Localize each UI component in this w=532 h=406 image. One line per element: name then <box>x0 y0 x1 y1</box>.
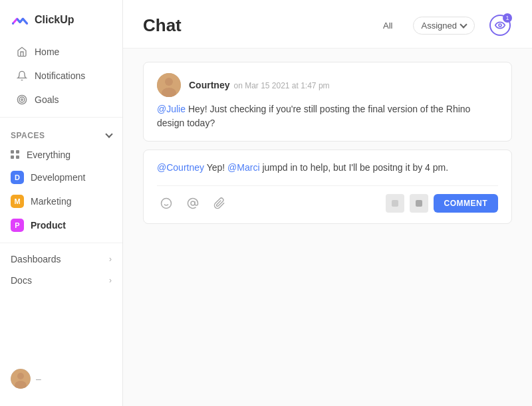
mention-marci: @Marci <box>227 162 259 173</box>
message-body-1: Hey! Just checking if you're still posti… <box>157 104 470 128</box>
courtney-avatar <box>157 73 181 97</box>
home-label: Home <box>35 47 59 57</box>
user-avatar[interactable] <box>11 369 31 389</box>
assigned-label: Assigned <box>422 21 457 31</box>
sidebar-item-dashboards[interactable]: Dashboards › <box>0 249 122 270</box>
message-header-1: Courtney on Mar 15 2021 at 1:47 pm <box>157 73 498 97</box>
main-header: Chat All Assigned 1 <box>123 0 532 49</box>
format-button-2[interactable] <box>410 194 428 213</box>
divider-2 <box>0 243 122 243</box>
message-author-1: Courtney <box>189 80 229 90</box>
goals-label: Goals <box>35 94 59 105</box>
svg-point-13 <box>191 201 195 205</box>
reply-text-1: Yep! <box>204 162 227 173</box>
sidebar-item-everything[interactable]: Everything <box>0 145 122 165</box>
svg-point-1 <box>19 97 25 102</box>
svg-point-2 <box>21 99 23 101</box>
message-text-1: @Julie Hey! Just checking if you're stil… <box>157 102 498 130</box>
user-menu-dash: – <box>36 373 41 384</box>
mention-button[interactable] <box>184 194 202 213</box>
dashboards-chevron-icon: › <box>109 254 112 264</box>
dashboards-label: Dashboards <box>11 254 61 264</box>
everything-label: Everything <box>27 150 70 160</box>
emoji-button[interactable] <box>157 194 176 213</box>
comment-button[interactable]: COMMENT <box>434 194 499 213</box>
app-name: ClickUp <box>35 14 74 26</box>
reply-block: @Courtney Yep! @Marci jumpd in to help, … <box>143 150 512 224</box>
input-action-buttons <box>157 194 229 213</box>
main-content: Chat All Assigned 1 <box>123 0 532 406</box>
svg-point-6 <box>499 24 501 27</box>
home-icon <box>16 46 28 58</box>
message-time-1: on Mar 15 2021 at 1:47 pm <box>233 81 329 90</box>
logo-area[interactable]: ClickUp <box>0 11 122 40</box>
development-badge: D <box>11 171 24 184</box>
clickup-logo-icon <box>11 11 29 29</box>
reply-text: @Courtney Yep! @Marci jumpd in to help, … <box>157 161 498 175</box>
filter-assigned-button[interactable]: Assigned <box>413 17 475 35</box>
svg-point-8 <box>165 78 173 86</box>
mention-julie: @Julie <box>157 104 186 114</box>
chat-area: Courtney on Mar 15 2021 at 1:47 pm @Juli… <box>123 49 532 406</box>
mention-courtney: @Courtney <box>157 162 204 173</box>
notification-count-badge: 1 <box>503 13 512 23</box>
reply-input-row: COMMENT <box>157 185 498 213</box>
sidebar-item-notifications[interactable]: Notifications <box>5 64 117 87</box>
sidebar: ClickUp Home Notifications Goals Sp <box>0 0 123 406</box>
svg-rect-15 <box>416 200 422 207</box>
sidebar-bottom: – <box>0 362 122 395</box>
format-button-1[interactable] <box>386 194 404 213</box>
filter-all-button[interactable]: All <box>376 17 399 34</box>
product-badge: P <box>11 219 24 232</box>
notifications-eye-button[interactable]: 1 <box>488 13 512 37</box>
notifications-label: Notifications <box>35 70 85 81</box>
everything-icon <box>11 150 20 159</box>
svg-point-4 <box>17 373 24 379</box>
sidebar-item-goals[interactable]: Goals <box>5 88 117 111</box>
product-label: Product <box>31 220 66 231</box>
goal-icon <box>16 94 28 106</box>
sidebar-item-home[interactable]: Home <box>5 41 117 63</box>
chevron-down-icon <box>106 131 112 140</box>
svg-rect-14 <box>392 200 398 207</box>
page-title: Chat <box>143 15 363 36</box>
sidebar-item-product[interactable]: P Product <box>0 214 122 237</box>
right-action-buttons: COMMENT <box>386 194 499 213</box>
reply-text-2: jumpd in to help, but I'll be positng it… <box>260 162 449 173</box>
docs-chevron-icon: › <box>109 276 112 285</box>
chat-message-1: Courtney on Mar 15 2021 at 1:47 pm @Juli… <box>143 62 512 142</box>
svg-point-10 <box>162 199 172 209</box>
development-label: Development <box>31 172 86 183</box>
divider-1 <box>0 117 122 118</box>
spaces-label: Spaces <box>11 131 45 140</box>
bell-icon <box>16 70 28 82</box>
attach-button[interactable] <box>210 194 229 213</box>
spaces-section-header: Spaces <box>0 123 122 144</box>
assigned-chevron-icon <box>460 21 467 28</box>
docs-label: Docs <box>11 275 32 286</box>
sidebar-item-marketing[interactable]: M Marketing <box>0 190 122 213</box>
sidebar-item-docs[interactable]: Docs › <box>0 270 122 291</box>
sidebar-item-development[interactable]: D Development <box>0 166 122 189</box>
marketing-badge: M <box>11 195 24 208</box>
marketing-label: Marketing <box>31 196 71 207</box>
message-meta-1: Courtney on Mar 15 2021 at 1:47 pm <box>189 80 330 90</box>
